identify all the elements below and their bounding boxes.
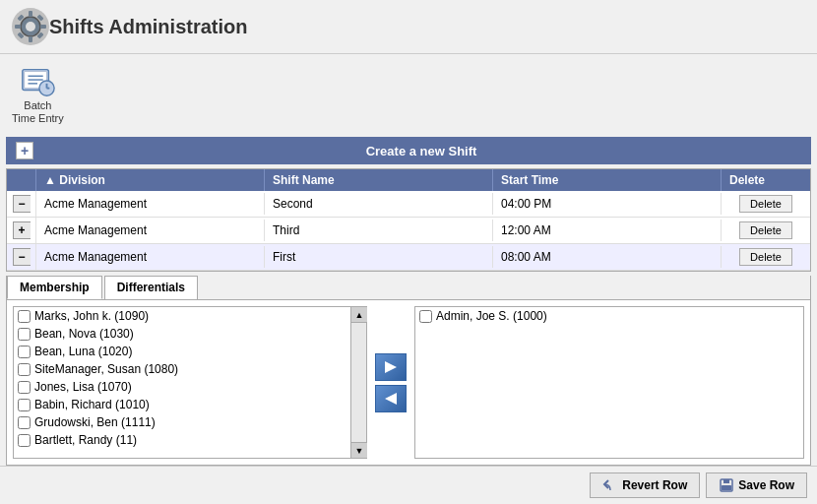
footer-actions: Revert Row Save Row <box>0 466 817 504</box>
tabs-bar: Membership Differentials <box>7 276 810 300</box>
member-checkbox[interactable] <box>18 416 31 429</box>
save-row-label: Save Row <box>738 478 794 492</box>
table-row: − Acme Management First 08:00 AM Delete <box>7 244 810 271</box>
batch-label-line1: Batch <box>24 99 51 112</box>
row3-start-time: 08:00 AM <box>493 246 722 268</box>
member-item: Marks, John k. (1090) <box>14 307 350 325</box>
member-item: Bean, Nova (1030) <box>14 325 350 343</box>
row1-division: Acme Management <box>36 193 265 215</box>
row1-collapse-button[interactable]: − <box>13 195 31 213</box>
app-header: Shifts Administration <box>0 0 817 54</box>
row3-collapse-button[interactable]: − <box>13 248 31 266</box>
arrow-left-icon <box>382 390 400 408</box>
add-to-selected-button[interactable] <box>375 353 407 381</box>
row1-shift-name: Second <box>265 193 493 215</box>
save-icon <box>719 478 734 492</box>
table-header: ▲ Division Shift Name Start Time Delete <box>7 169 810 191</box>
svg-marker-18 <box>385 361 397 373</box>
row2-start-time: 12:00 AM <box>493 220 722 241</box>
batch-label-line2: Time Entry <box>12 112 64 125</box>
row1-delete-cell: Delete <box>722 191 810 217</box>
save-row-button[interactable]: Save Row <box>706 472 807 498</box>
member-checkbox[interactable] <box>18 363 31 376</box>
table-row: + Acme Management Third 12:00 AM Delete <box>7 218 810 244</box>
selected-item: Admin, Joe S. (1000) <box>415 307 803 325</box>
member-checkbox[interactable] <box>18 328 31 341</box>
member-item: Bean, Luna (1020) <box>14 343 350 360</box>
col-start-time: Start Time <box>493 169 722 191</box>
scroll-down-button[interactable]: ▼ <box>351 442 367 458</box>
col-division[interactable]: ▲ Division <box>36 169 265 191</box>
row1-start-time: 04:00 PM <box>493 193 722 215</box>
row1-expand-cell: − <box>7 191 36 217</box>
revert-icon <box>602 478 618 492</box>
member-checkbox[interactable] <box>18 434 31 447</box>
app-icon <box>12 8 49 45</box>
create-plus-icon: + <box>16 142 33 159</box>
selected-members-list: Admin, Joe S. (1000) <box>414 306 804 459</box>
col-shift-name: Shift Name <box>265 169 493 191</box>
member-item: Grudowski, Ben (1111) <box>14 413 350 431</box>
table-row: − Acme Management Second 04:00 PM Delete <box>7 191 810 218</box>
create-new-shift-bar[interactable]: + Create a new Shift <box>6 137 811 164</box>
member-item: Bartlett, Randy (11) <box>14 431 350 449</box>
available-members-scroll-area: Marks, John k. (1090) Bean, Nova (1030) … <box>14 307 366 458</box>
row3-expand-cell: − <box>7 244 36 270</box>
expanded-row-panel: Membership Differentials Marks, John k. … <box>6 276 811 466</box>
member-checkbox[interactable] <box>18 399 31 411</box>
row2-shift-name: Third <box>265 220 493 241</box>
col-expand <box>7 169 36 191</box>
revert-row-label: Revert Row <box>622 478 687 492</box>
svg-rect-2 <box>29 11 32 17</box>
row1-delete-button[interactable]: Delete <box>739 195 792 213</box>
batch-time-entry-button[interactable]: Batch Time Entry <box>12 62 64 125</box>
batch-icon <box>19 62 56 99</box>
svg-rect-22 <box>722 485 731 490</box>
membership-content: Marks, John k. (1090) Bean, Nova (1030) … <box>7 300 810 465</box>
toolbar: Batch Time Entry <box>0 54 817 133</box>
row3-shift-name: First <box>265 246 493 268</box>
row2-delete-cell: Delete <box>722 218 810 243</box>
row3-delete-cell: Delete <box>722 244 810 270</box>
row2-expand-button[interactable]: + <box>13 221 31 239</box>
selected-member-checkbox[interactable] <box>419 310 432 323</box>
member-item: SiteManager, Susan (1080) <box>14 360 350 378</box>
tab-differentials[interactable]: Differentials <box>104 276 198 299</box>
page-title: Shifts Administration <box>49 16 247 38</box>
available-members-list: Marks, John k. (1090) Bean, Nova (1030) … <box>13 306 367 459</box>
member-checkbox[interactable] <box>18 310 31 323</box>
remove-from-selected-button[interactable] <box>375 385 407 412</box>
member-item: Jones, Lisa (1070) <box>14 378 350 396</box>
svg-rect-21 <box>723 479 729 483</box>
row2-division: Acme Management <box>36 220 265 241</box>
arrow-right-icon <box>382 358 400 376</box>
create-bar-label: Create a new Shift <box>41 144 801 158</box>
tab-membership[interactable]: Membership <box>7 276 102 299</box>
transfer-buttons <box>375 306 407 459</box>
col-delete: Delete <box>722 169 810 191</box>
row3-delete-button[interactable]: Delete <box>739 248 792 266</box>
svg-rect-5 <box>40 25 46 29</box>
shifts-table: ▲ Division Shift Name Start Time Delete … <box>6 168 811 272</box>
member-checkbox[interactable] <box>18 346 31 358</box>
scroll-up-button[interactable]: ▲ <box>351 307 367 323</box>
member-item: Babin, Richard (1010) <box>14 396 350 413</box>
member-checkbox[interactable] <box>18 381 31 394</box>
gear-icon <box>13 9 48 44</box>
svg-rect-3 <box>29 36 32 42</box>
svg-marker-19 <box>385 393 397 405</box>
row2-expand-cell: + <box>7 218 36 243</box>
revert-row-button[interactable]: Revert Row <box>590 472 700 498</box>
scrollbar: ▲ ▼ <box>350 307 366 458</box>
svg-point-1 <box>26 22 35 32</box>
row2-delete-button[interactable]: Delete <box>739 221 792 239</box>
svg-rect-4 <box>15 25 21 29</box>
row3-division: Acme Management <box>36 246 265 268</box>
